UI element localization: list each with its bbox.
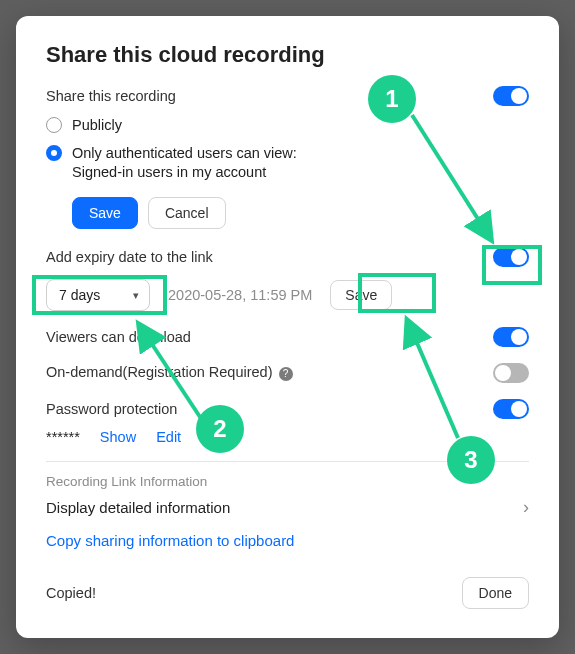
password-edit-link[interactable]: Edit bbox=[156, 429, 181, 445]
on-demand-toggle[interactable] bbox=[493, 363, 529, 383]
recording-info-heading: Recording Link Information bbox=[46, 474, 529, 489]
chevron-down-icon: ▾ bbox=[133, 288, 139, 301]
done-button[interactable]: Done bbox=[462, 577, 529, 609]
password-show-link[interactable]: Show bbox=[100, 429, 136, 445]
expiry-label: Add expiry date to the link bbox=[46, 249, 213, 265]
save-button[interactable]: Save bbox=[72, 197, 138, 229]
save-expiry-button[interactable]: Save bbox=[330, 280, 392, 310]
divider bbox=[46, 461, 529, 462]
radio-auth-line1: Only authenticated users can view: bbox=[72, 144, 297, 164]
share-toggle[interactable] bbox=[493, 86, 529, 106]
cancel-button[interactable]: Cancel bbox=[148, 197, 226, 229]
expiry-toggle[interactable] bbox=[493, 247, 529, 267]
download-toggle[interactable] bbox=[493, 327, 529, 347]
modal-title: Share this cloud recording bbox=[46, 42, 529, 68]
help-icon[interactable]: ? bbox=[279, 367, 293, 381]
copy-sharing-link[interactable]: Copy sharing information to clipboard bbox=[46, 532, 529, 549]
download-label: Viewers can download bbox=[46, 329, 191, 345]
radio-icon bbox=[46, 117, 62, 133]
password-masked: ****** bbox=[46, 429, 80, 445]
display-detail-label: Display detailed information bbox=[46, 499, 230, 516]
expiry-select[interactable]: 7 days ▾ bbox=[46, 279, 150, 311]
password-toggle[interactable] bbox=[493, 399, 529, 419]
expiry-datetime: 2020-05-28, 11:59 PM bbox=[168, 287, 312, 303]
chevron-right-icon: › bbox=[523, 497, 529, 518]
copied-status: Copied! bbox=[46, 585, 96, 601]
radio-auth-line2: Signed-in users in my account bbox=[72, 163, 297, 183]
on-demand-label: On-demand(Registration Required) ? bbox=[46, 364, 293, 381]
radio-publicly[interactable]: Publicly bbox=[46, 116, 529, 136]
display-detail-row[interactable]: Display detailed information › bbox=[46, 497, 529, 518]
radio-icon-selected bbox=[46, 145, 62, 161]
radio-authenticated[interactable]: Only authenticated users can view: Signe… bbox=[46, 144, 529, 183]
radio-publicly-label: Publicly bbox=[72, 116, 122, 136]
expiry-select-value: 7 days bbox=[59, 287, 100, 303]
password-label: Password protection bbox=[46, 401, 177, 417]
share-label: Share this recording bbox=[46, 88, 176, 104]
share-radio-group: Publicly Only authenticated users can vi… bbox=[46, 116, 529, 183]
share-modal: Share this cloud recording Share this re… bbox=[16, 16, 559, 638]
